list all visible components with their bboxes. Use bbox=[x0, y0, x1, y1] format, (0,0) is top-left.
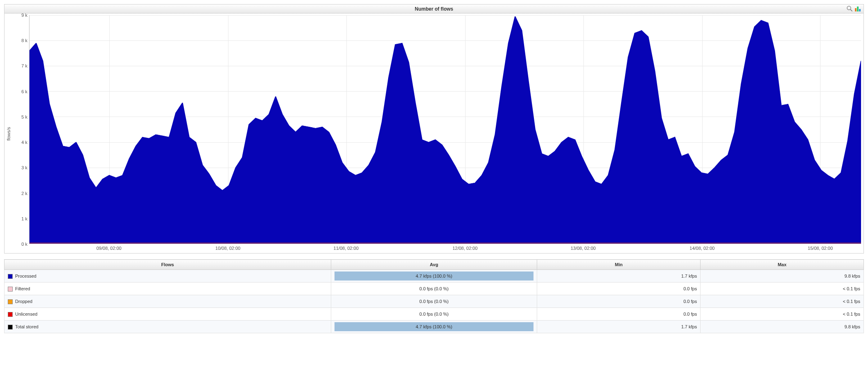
y-tick: 9 k bbox=[21, 13, 27, 18]
y-tick: 3 k bbox=[21, 165, 27, 170]
table-cell-max: < 0.1 fps bbox=[701, 308, 864, 321]
table-cell-flow: Dropped bbox=[5, 295, 331, 308]
y-tick: 5 k bbox=[21, 114, 27, 119]
chart-tools bbox=[846, 5, 861, 12]
x-tick: 11/08, 02:00 bbox=[334, 246, 359, 251]
plot-area[interactable] bbox=[29, 15, 861, 244]
x-tick: 12/08, 02:00 bbox=[452, 246, 477, 251]
table-cell-flow: Unlicensed bbox=[5, 308, 331, 321]
svg-rect-2 bbox=[855, 8, 857, 11]
chart-body: flows/s 0 k1 k2 k3 k4 k5 k6 k7 k8 k9 k 0… bbox=[5, 13, 863, 253]
table-cell-flow: Processed bbox=[5, 270, 331, 283]
table-header: Min bbox=[537, 260, 701, 270]
table-cell-flow: Total stored bbox=[5, 321, 331, 333]
table-header: Flows bbox=[5, 260, 331, 270]
flows-chart-panel: Number of flows flows/s 0 k1 k2 k3 k4 k5… bbox=[4, 4, 864, 254]
avg-bar: 4.7 kfps (100.0 %) bbox=[335, 272, 534, 280]
series-swatch bbox=[8, 287, 13, 292]
table-cell-avg: 4.7 kfps (100.0 %) bbox=[331, 270, 537, 283]
table-cell-max: < 0.1 fps bbox=[701, 295, 864, 308]
series-name: Filtered bbox=[15, 287, 30, 292]
x-axis: 09/08, 02:0010/08, 02:0011/08, 02:0012/0… bbox=[29, 244, 861, 252]
y-tick: 1 k bbox=[21, 216, 27, 221]
table-cell-min: 0.0 fps bbox=[537, 283, 701, 295]
x-tick: 13/08, 02:00 bbox=[571, 246, 596, 251]
table-cell-max: < 0.1 fps bbox=[701, 283, 864, 295]
table-header-row: FlowsAvgMinMax bbox=[5, 260, 864, 270]
chart-export-icon[interactable] bbox=[854, 5, 861, 12]
svg-line-1 bbox=[850, 9, 852, 11]
table-row: Dropped0.0 fps (0.0 %)0.0 fps< 0.1 fps bbox=[5, 295, 864, 308]
series-swatch bbox=[8, 325, 13, 330]
y-tick: 4 k bbox=[21, 140, 27, 145]
table-cell-avg: 0.0 fps (0.0 %) bbox=[331, 295, 537, 308]
avg-bar: 4.7 kfps (100.0 %) bbox=[335, 322, 534, 331]
flows-stats-table: FlowsAvgMinMax Processed4.7 kfps (100.0 … bbox=[4, 259, 864, 333]
table-cell-max: 9.8 kfps bbox=[701, 321, 864, 333]
table-header: Max bbox=[701, 260, 864, 270]
x-tick: 09/08, 02:00 bbox=[96, 246, 121, 251]
y-tick: 2 k bbox=[21, 191, 27, 196]
table-cell-min: 1.7 kfps bbox=[537, 321, 701, 333]
x-tick: 10/08, 02:00 bbox=[215, 246, 240, 251]
x-tick: 15/08, 02:00 bbox=[808, 246, 833, 251]
series-name: Dropped bbox=[15, 299, 32, 304]
table-cell-min: 0.0 fps bbox=[537, 308, 701, 321]
y-tick: 7 k bbox=[21, 63, 27, 68]
table-body: Processed4.7 kfps (100.0 %)1.7 kfps9.8 k… bbox=[5, 270, 864, 333]
table-cell-min: 0.0 fps bbox=[537, 295, 701, 308]
table-row: Filtered0.0 fps (0.0 %)0.0 fps< 0.1 fps bbox=[5, 283, 864, 295]
svg-rect-3 bbox=[857, 7, 859, 11]
y-axis: 0 k1 k2 k3 k4 k5 k6 k7 k8 k9 k bbox=[13, 15, 29, 244]
chart-title: Number of flows bbox=[8, 6, 860, 12]
table-row: Unlicensed0.0 fps (0.0 %)0.0 fps< 0.1 fp… bbox=[5, 308, 864, 321]
baseline-indicator bbox=[29, 242, 861, 244]
avg-bar: 0.0 fps (0.0 %) bbox=[335, 284, 534, 293]
series-swatch bbox=[8, 312, 13, 317]
y-axis-label: flows/s bbox=[5, 15, 13, 252]
series-swatch bbox=[8, 299, 13, 304]
y-tick: 0 k bbox=[21, 242, 27, 247]
table-cell-avg: 4.7 kfps (100.0 %) bbox=[331, 321, 537, 333]
table-cell-avg: 0.0 fps (0.0 %) bbox=[331, 283, 537, 295]
chart-header: Number of flows bbox=[5, 4, 863, 13]
avg-bar: 0.0 fps (0.0 %) bbox=[335, 297, 534, 306]
series-name: Processed bbox=[15, 274, 36, 279]
grid-line-h bbox=[29, 244, 861, 244]
series-name: Unlicensed bbox=[15, 312, 37, 317]
series-swatch bbox=[8, 274, 13, 279]
zoom-icon[interactable] bbox=[846, 5, 853, 12]
table-cell-flow: Filtered bbox=[5, 283, 331, 295]
area-series-processed bbox=[29, 16, 861, 244]
table-row: Processed4.7 kfps (100.0 %)1.7 kfps9.8 k… bbox=[5, 270, 864, 283]
y-tick: 6 k bbox=[21, 89, 27, 94]
series-name: Total stored bbox=[15, 325, 38, 330]
y-tick: 8 k bbox=[21, 38, 27, 43]
table-row: Total stored4.7 kfps (100.0 %)1.7 kfps9.… bbox=[5, 321, 864, 333]
table-header: Avg bbox=[331, 260, 537, 270]
plot-wrap: 09/08, 02:0010/08, 02:0011/08, 02:0012/0… bbox=[29, 15, 861, 252]
x-tick: 14/08, 02:00 bbox=[689, 246, 714, 251]
svg-rect-4 bbox=[859, 9, 861, 11]
table-cell-min: 1.7 kfps bbox=[537, 270, 701, 283]
table-cell-max: 9.8 kfps bbox=[701, 270, 864, 283]
table-cell-avg: 0.0 fps (0.0 %) bbox=[331, 308, 537, 321]
avg-bar: 0.0 fps (0.0 %) bbox=[335, 310, 534, 319]
